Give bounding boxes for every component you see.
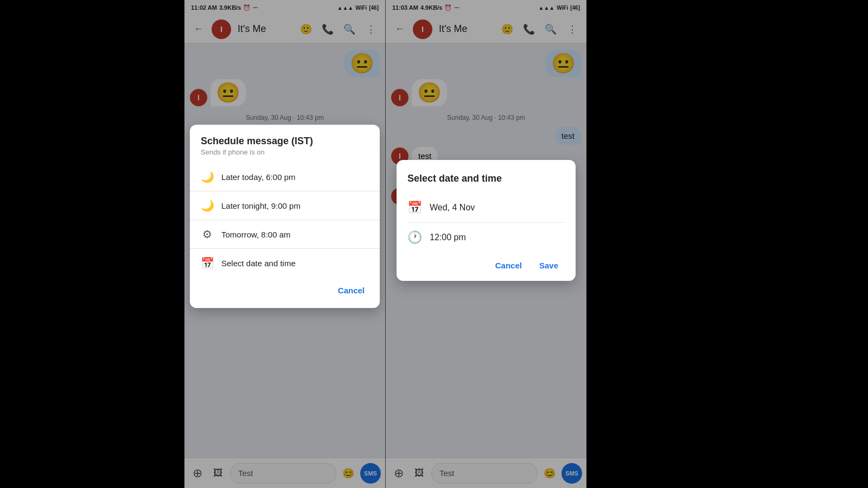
datetime-dialog-title: Select date and time (407, 173, 565, 184)
left-phone-screen: 11:02 AM 3.9KB/s ⏰ ··· ▲▲▲ WiFi [46] ← I… (184, 0, 385, 488)
gear-icon: ⚙ (201, 228, 214, 241)
option-label: Select date and time (221, 259, 296, 268)
dialog-cancel-row: Cancel (190, 277, 380, 304)
clock-icon: 🕐 (407, 230, 422, 245)
divider (407, 222, 565, 223)
moon-icon: 🌙 (201, 170, 214, 183)
black-right-bar (586, 0, 673, 488)
option-label: Tomorrow, 8:00 am (221, 230, 291, 239)
calendar-icon: 📅 (201, 256, 214, 269)
datetime-dialog: Select date and time 📅 Wed, 4 Nov 🕐 12:0… (397, 160, 576, 281)
date-row[interactable]: 📅 Wed, 4 Nov (407, 195, 565, 220)
option-label: Later today, 6:00 pm (221, 172, 295, 182)
schedule-option-custom[interactable]: 📅 Select date and time (190, 249, 380, 277)
calendar-icon: 📅 (407, 201, 422, 215)
option-label: Later tonight, 9:00 pm (221, 201, 301, 210)
right-phone-screen: 11:03 AM 4.9KB/s ⏰ ··· ▲▲▲ WiFi [46] ← I… (386, 0, 586, 488)
time-row[interactable]: 🕐 12:00 pm (407, 225, 565, 250)
schedule-option-tomorrow[interactable]: ⚙ Tomorrow, 8:00 am (190, 220, 380, 248)
schedule-option-tonight[interactable]: 🌙 Later tonight, 9:00 pm (190, 191, 380, 220)
datetime-btn-row: Cancel Save (407, 250, 565, 274)
save-button[interactable]: Save (533, 256, 565, 274)
schedule-dialog: Schedule message (IST) Sends if phone is… (190, 125, 380, 308)
cancel-button[interactable]: Cancel (331, 281, 371, 299)
dialog-title: Schedule message (IST) (190, 136, 380, 148)
cancel-button[interactable]: Cancel (489, 256, 528, 274)
moon-icon-2: 🌙 (201, 199, 214, 212)
schedule-option-later-today[interactable]: 🌙 Later today, 6:00 pm (190, 163, 380, 191)
time-value: 12:00 pm (430, 233, 466, 242)
black-left-bar (0, 0, 184, 488)
date-value: Wed, 4 Nov (430, 203, 475, 213)
dialog-subtitle: Sends if phone is on (190, 148, 380, 163)
